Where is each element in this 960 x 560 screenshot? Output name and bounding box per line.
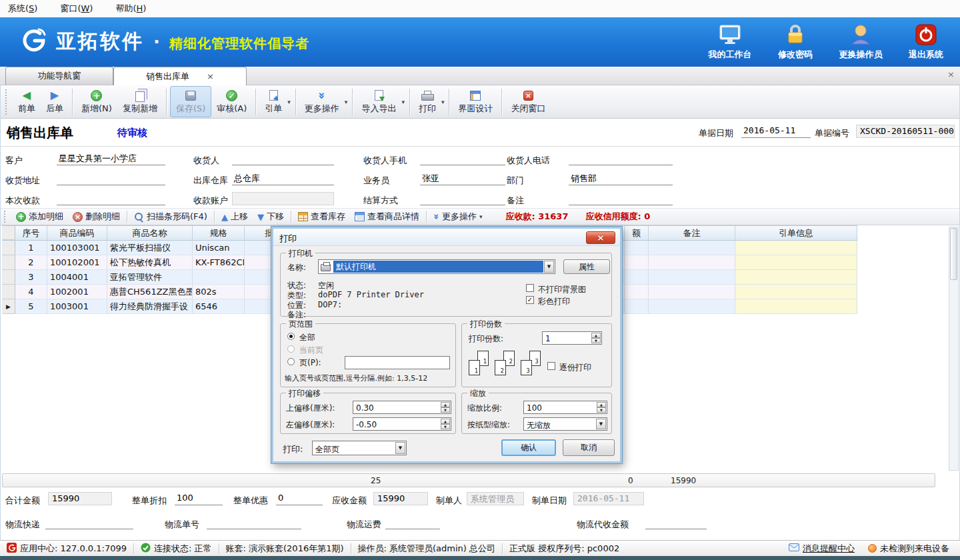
doc-date-field[interactable]: 2016-05-11 (741, 125, 811, 138)
settlement-field[interactable] (420, 192, 505, 205)
row-selector[interactable] (2, 255, 15, 270)
scrollbar-thumb[interactable] (950, 228, 957, 280)
cod-field[interactable] (645, 516, 707, 529)
payment-field[interactable] (57, 192, 165, 205)
detail-more-operations-button[interactable]: » 更多操作 ▾ (429, 211, 489, 223)
print-button[interactable]: 打印 (413, 87, 441, 117)
dialog-title-bar[interactable]: 打印 × (273, 229, 620, 246)
add-detail-button[interactable]: + 添加明细 (11, 211, 68, 223)
col-ref-info[interactable]: 引单信息 (735, 226, 857, 240)
no-background-checkbox[interactable] (526, 284, 534, 292)
spin-down-icon[interactable]: ▼ (591, 338, 601, 343)
scan-barcode-button[interactable]: 扫描条形码(F4) (129, 211, 212, 223)
address-field[interactable] (57, 172, 165, 185)
view-goods-detail-button[interactable]: 查看商品详情 (350, 211, 424, 223)
spin-up-icon[interactable]: ▲ (591, 333, 601, 338)
dropdown-caret-icon[interactable]: ▾ (401, 99, 405, 105)
zoom-ratio-spinner[interactable]: 100 ▲▼ (523, 401, 607, 414)
combo-arrow-icon[interactable]: ▼ (596, 419, 606, 429)
spin-up-icon[interactable]: ▲ (441, 402, 450, 407)
spin-down-icon[interactable]: ▼ (441, 407, 450, 413)
consignee-field[interactable] (232, 152, 334, 165)
table-vertical-scrollbar[interactable] (949, 227, 959, 471)
change-password-button[interactable]: 修改密码 (768, 22, 823, 61)
save-button[interactable]: 保存(S) (170, 86, 211, 117)
row-selector[interactable] (2, 270, 15, 285)
col-amount[interactable]: 额 (625, 226, 649, 240)
cancel-button[interactable]: 取消 (563, 439, 615, 456)
envelope-icon (789, 543, 799, 553)
printer-select[interactable]: 默认打印机 ▼ (318, 259, 555, 274)
spin-up-icon[interactable]: ▲ (441, 419, 450, 424)
tabbar-close-icon[interactable]: × (947, 69, 955, 79)
dropdown-caret-icon[interactable]: ▾ (441, 99, 445, 105)
confirm-button[interactable]: 确认 (501, 439, 556, 456)
col-seq[interactable]: 序号 (15, 226, 47, 240)
combo-arrow-icon[interactable]: ▼ (544, 261, 554, 273)
tracking-no-field[interactable] (207, 516, 301, 529)
move-up-button[interactable]: ▲ 上移 (217, 211, 253, 223)
tab-close-icon[interactable]: × (207, 71, 214, 81)
page-range-input[interactable] (345, 356, 450, 369)
printer-properties-button[interactable]: 属性 (563, 259, 610, 274)
switch-operator-button[interactable]: 更换操作员 (833, 22, 888, 61)
left-offset-spinner[interactable]: -0.50 ▲▼ (353, 417, 451, 431)
add-new-button[interactable]: + 新增(N) (76, 87, 117, 117)
express-field[interactable] (45, 516, 133, 529)
range-current-radio[interactable] (287, 345, 295, 353)
discount-field[interactable]: 100 (175, 492, 223, 505)
spin-down-icon[interactable]: ▼ (441, 424, 450, 429)
col-name[interactable]: 商品名称 (107, 226, 193, 240)
ui-design-button[interactable]: 界面设计 (453, 87, 498, 117)
department-field[interactable]: 销售部 (569, 172, 673, 185)
salesman-field[interactable]: 张亚 (420, 172, 505, 185)
copies-spinner[interactable]: 1 ▲▼ (542, 331, 602, 345)
dropdown-caret-icon[interactable]: ▾ (345, 99, 348, 105)
dialog-close-button[interactable]: × (586, 231, 615, 244)
tab-sales-outbound[interactable]: 销售出库单 × (113, 67, 247, 85)
paper-zoom-select[interactable]: 无缩放 ▼ (523, 417, 607, 431)
dropdown-caret-icon[interactable]: ▾ (287, 99, 291, 105)
collate-checkbox[interactable] (547, 362, 555, 370)
close-window-button[interactable]: × 关闭窗口 (505, 87, 551, 117)
delete-detail-button[interactable]: × 删除明细 (68, 211, 125, 223)
audit-button[interactable]: ✓ 审核(A) (211, 87, 252, 117)
message-center-link[interactable]: 消息提醒中心 (782, 543, 861, 555)
exit-system-button[interactable]: 退出系统 (899, 22, 953, 61)
menu-help[interactable]: 帮助(H) (115, 3, 146, 15)
move-down-button[interactable]: ▼ 下移 (253, 211, 289, 223)
col-code[interactable]: 商品编码 (47, 226, 107, 240)
copy-add-button[interactable]: 复制新增 (117, 87, 163, 117)
print-pages-select[interactable]: 全部页 ▼ (312, 441, 407, 455)
top-offset-spinner[interactable]: 0.30 ▲▼ (353, 401, 451, 414)
tab-function-nav[interactable]: 功能导航窗 (5, 67, 113, 85)
remark-field[interactable] (569, 192, 673, 205)
import-export-button[interactable]: 导入导出 (356, 87, 401, 117)
prev-doc-button[interactable]: ◀ 前单 (13, 87, 41, 117)
menu-window[interactable]: 窗口(W) (60, 3, 93, 15)
row-selector[interactable] (2, 241, 15, 255)
col-remark[interactable]: 备注 (649, 226, 735, 240)
consignee-mobile-field[interactable] (420, 152, 505, 165)
freight-field[interactable] (385, 516, 440, 529)
menu-system[interactable]: 系统(S) (8, 3, 37, 15)
row-selector-current[interactable]: ▶ (2, 299, 15, 314)
more-operations-button[interactable]: » 更多操作 (299, 87, 345, 117)
range-pages-radio[interactable] (287, 358, 295, 365)
warehouse-field[interactable]: 总仓库 (232, 172, 334, 185)
spin-up-icon[interactable]: ▲ (597, 402, 606, 407)
range-all-radio[interactable] (287, 333, 295, 340)
document-header: 销售出库单 待审核 单据日期 2016-05-11 单据编号 XSCKD-201… (0, 119, 960, 147)
row-selector[interactable] (2, 285, 15, 299)
next-doc-button[interactable]: ▶ 后单 (41, 87, 69, 117)
view-stock-button[interactable]: 查看库存 (293, 211, 350, 223)
spin-down-icon[interactable]: ▼ (597, 407, 606, 413)
my-workbench-button[interactable]: 我的工作台 (703, 22, 757, 61)
ref-doc-button[interactable]: 引单 (259, 87, 287, 117)
col-spec[interactable]: 规格 (193, 226, 245, 240)
consignee-phone-field[interactable] (569, 152, 673, 165)
combo-arrow-icon[interactable]: ▼ (395, 442, 405, 454)
promo-field[interactable]: 0 (276, 492, 323, 505)
customer-field[interactable]: 星星文具第一小学店 (57, 152, 165, 165)
color-print-checkbox[interactable]: ✓ (526, 296, 534, 304)
